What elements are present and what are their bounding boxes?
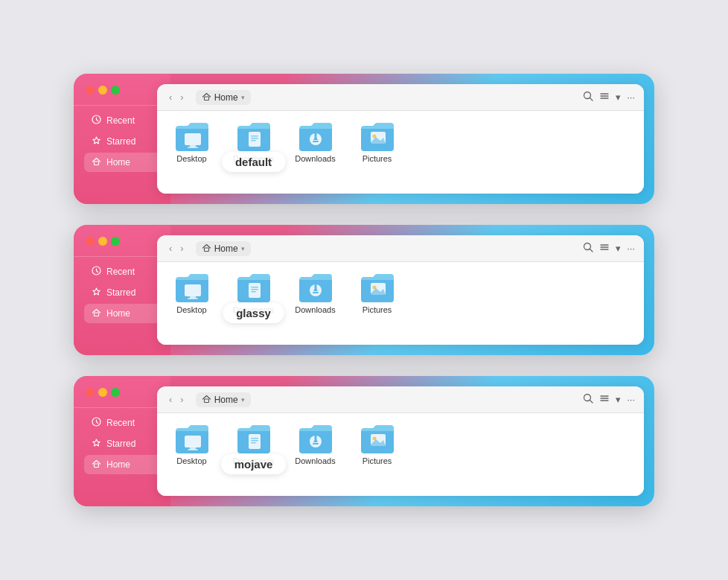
sort-dropdown-icon[interactable]: ▾	[616, 394, 621, 405]
folder-desktop-icon	[173, 118, 211, 151]
folder-grid: Desktop Documentsmojave Downloads Pic	[157, 413, 644, 496]
svg-rect-32	[185, 284, 201, 296]
minimize-button[interactable]	[98, 86, 107, 95]
home-icon	[92, 307, 101, 319]
sidebar-panel: RecentStarredHome	[74, 74, 170, 204]
sort-dropdown-icon[interactable]: ▾	[616, 243, 621, 254]
home-icon	[202, 243, 211, 255]
folder-docs-icon	[234, 118, 273, 151]
recent-icon	[92, 115, 101, 127]
path-breadcrumb[interactable]: Home ▾	[196, 392, 251, 407]
sidebar-item-starred[interactable]: Starred	[84, 283, 167, 302]
folder-downloads[interactable]: Downloads	[291, 421, 339, 465]
svg-rect-64	[314, 434, 316, 440]
folder-item-desktop: Desktop	[167, 270, 216, 314]
folder-downloads[interactable]: Downloads	[291, 118, 339, 163]
nav-buttons: ‹ ›	[166, 90, 187, 104]
file-manager-window: ‹ › Home ▾ ▾ ··· Deskto	[157, 84, 644, 194]
svg-rect-18	[314, 132, 316, 138]
home-icon	[92, 459, 101, 471]
path-dropdown-icon: ▾	[241, 245, 245, 252]
svg-rect-9	[185, 133, 201, 145]
path-dropdown-icon: ▾	[241, 94, 245, 101]
sort-dropdown-icon[interactable]: ▾	[616, 92, 621, 103]
sidebar-item-recent[interactable]: Recent	[84, 262, 167, 281]
sidebar-item-recent[interactable]: Recent	[84, 111, 167, 130]
folder-item-desktop: Desktop	[167, 118, 216, 163]
folder-pictures[interactable]: Pictures	[353, 421, 401, 465]
svg-rect-26	[204, 248, 208, 252]
search-icon[interactable]	[583, 242, 593, 255]
maximize-button[interactable]	[111, 388, 120, 397]
more-options-icon[interactable]: ···	[627, 92, 635, 103]
folder-downloads-icon	[296, 118, 335, 151]
starred-icon	[92, 287, 101, 299]
folder-desktop-icon	[173, 421, 211, 453]
path-dropdown-icon: ▾	[241, 396, 245, 404]
forward-button[interactable]: ›	[177, 90, 186, 104]
folder-desktop[interactable]: Desktop	[167, 270, 216, 314]
svg-rect-61	[251, 442, 256, 444]
path-breadcrumb[interactable]: Home ▾	[196, 90, 251, 105]
close-button[interactable]	[86, 86, 95, 95]
list-view-icon[interactable]	[599, 91, 610, 103]
folder-pictures-label: Pictures	[363, 305, 392, 314]
sidebar-label-home: Home	[106, 157, 130, 168]
maximize-button[interactable]	[111, 237, 120, 246]
folder-item-downloads: Downloads	[291, 421, 339, 465]
folder-item-desktop: Desktop	[167, 421, 216, 465]
folder-desktop[interactable]: Desktop	[167, 421, 216, 465]
close-button[interactable]	[86, 388, 95, 397]
more-options-icon[interactable]: ···	[627, 394, 635, 405]
list-view-icon[interactable]	[599, 393, 610, 406]
nav-buttons: ‹ ›	[166, 392, 187, 407]
folder-desktop-label: Desktop	[176, 456, 206, 465]
folder-pictures[interactable]: Pictures	[353, 270, 401, 314]
list-view-icon[interactable]	[599, 242, 610, 255]
search-icon[interactable]	[583, 91, 593, 103]
sidebar-divider	[74, 256, 170, 257]
more-options-icon[interactable]: ···	[627, 243, 635, 254]
sidebar-label-recent: Recent	[106, 267, 135, 277]
svg-line-51	[590, 401, 593, 404]
back-button[interactable]: ‹	[166, 241, 175, 255]
sidebar-label-starred: Starred	[106, 136, 135, 147]
svg-marker-24	[93, 288, 100, 295]
forward-button[interactable]: ›	[177, 392, 186, 407]
folder-grid: Desktop Documentsdefault Downloads Pi	[157, 111, 644, 194]
minimize-button[interactable]	[98, 388, 107, 397]
sidebar-item-home[interactable]: Home	[84, 153, 167, 172]
svg-rect-11	[188, 147, 198, 148]
back-button[interactable]: ‹	[166, 90, 175, 104]
sidebar-item-starred[interactable]: Starred	[84, 132, 167, 151]
folder-downloads-label: Downloads	[295, 154, 335, 163]
search-icon[interactable]	[583, 393, 593, 406]
minimize-button[interactable]	[98, 237, 107, 246]
sidebar-nav: RecentStarredHome	[84, 111, 167, 172]
folder-desktop[interactable]: Desktop	[167, 118, 216, 163]
nav-buttons: ‹ ›	[166, 241, 187, 255]
close-button[interactable]	[86, 237, 95, 246]
titlebar-actions: ▾ ···	[583, 91, 635, 103]
folder-downloads[interactable]: Downloads	[291, 270, 339, 314]
svg-line-28	[590, 249, 593, 252]
svg-rect-41	[314, 283, 316, 289]
folder-downloads-icon	[296, 270, 335, 302]
svg-rect-12	[249, 132, 261, 147]
folder-downloads-label: Downloads	[295, 456, 335, 465]
sidebar-item-home[interactable]: Home	[84, 304, 167, 323]
folder-pictures[interactable]: Pictures	[353, 118, 401, 163]
forward-button[interactable]: ›	[177, 241, 186, 255]
sidebar-item-recent[interactable]: Recent	[84, 413, 167, 433]
sidebar-nav: RecentStarredHome	[84, 413, 167, 474]
svg-rect-15	[251, 140, 256, 141]
path-breadcrumb[interactable]: Home ▾	[196, 241, 251, 256]
traffic-lights	[86, 388, 120, 397]
sidebar-item-home[interactable]: Home	[84, 455, 167, 474]
maximize-button[interactable]	[111, 86, 120, 95]
titlebar: ‹ › Home ▾ ▾ ···	[157, 84, 644, 111]
svg-rect-49	[204, 399, 208, 403]
folder-item-docs: Documentsglassy	[229, 270, 278, 314]
back-button[interactable]: ‹	[166, 392, 175, 407]
sidebar-item-starred[interactable]: Starred	[84, 434, 167, 453]
